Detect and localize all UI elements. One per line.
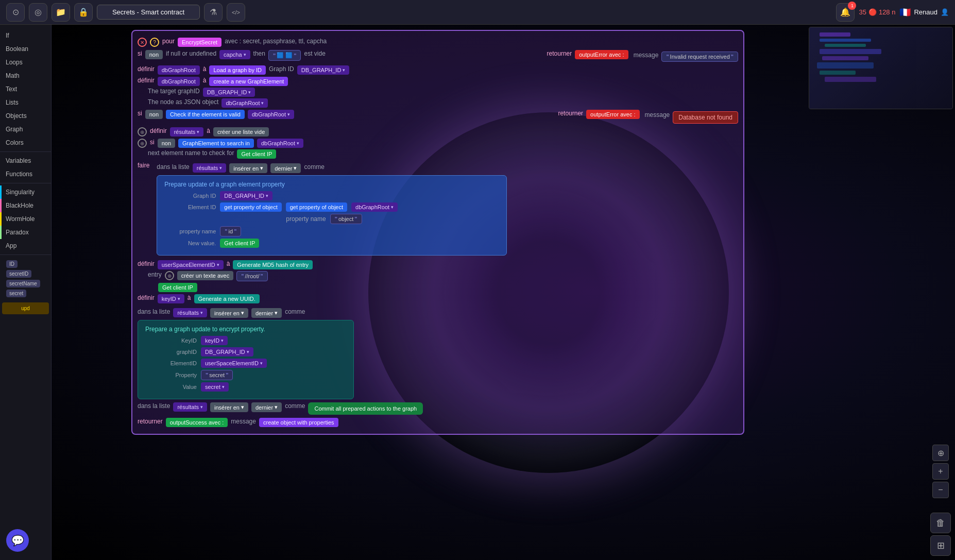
db-graph-id-var-2[interactable]: DB_GRAPH_ID ▾	[203, 88, 255, 97]
output-error-chip[interactable]: outputError avec :	[575, 50, 628, 59]
sidebar-item-objects[interactable]: Objects	[0, 109, 51, 123]
sidebar-item-loops[interactable]: Loops	[0, 56, 51, 69]
sidebar-divider-1	[0, 151, 51, 152]
capcha-var[interactable]: capcha ▾	[219, 50, 250, 59]
then-value[interactable]: " 🟦 🟦 "	[268, 50, 301, 61]
circle-btn-results[interactable]: ⊕	[138, 127, 147, 137]
sidebar-item-variables[interactable]: Variables	[0, 154, 51, 167]
sidebar-item-lists[interactable]: Lists	[0, 96, 51, 109]
db-graph-root-var-3[interactable]: dbGraphRoot ▾	[221, 98, 268, 108]
get-client-ip-chip-2[interactable]: Get client IP	[220, 239, 259, 248]
get-client-ip-chip-3[interactable]: Get client IP	[158, 283, 197, 292]
check-valid-chip[interactable]: Check if the element is valid	[166, 110, 245, 119]
globe-button[interactable]: ◎	[29, 3, 47, 22]
user-profile[interactable]: 🇫🇷 Renaud 👤	[899, 7, 949, 18]
non-chip-2[interactable]: non	[145, 110, 163, 119]
sidebar-item-functions[interactable]: Functions	[0, 167, 51, 181]
create-obj-props-chip[interactable]: create object with properties	[259, 418, 338, 427]
output-success-chip[interactable]: outputSuccess avec :	[166, 418, 228, 427]
zoom-in-btn[interactable]: +	[932, 463, 949, 480]
var-chip-secret[interactable]: secret	[6, 290, 26, 297]
circle-entry-btn[interactable]: ⊕	[165, 271, 174, 280]
inserer-chip-2[interactable]: insérer en ▾	[210, 308, 248, 318]
function-name-chip[interactable]: EncryptSecret	[178, 38, 221, 47]
generate-uuid-chip[interactable]: Generate a new UUID.	[194, 294, 260, 303]
results-var-list-1[interactable]: résultats ▾	[193, 163, 227, 173]
get-prop-obj-chip-1[interactable]: get property of object	[220, 202, 281, 212]
results-var-list-2[interactable]: résultats ▾	[173, 308, 207, 317]
create-empty-list-chip[interactable]: créer une liste vide	[213, 127, 269, 137]
db-graph-root-var-1[interactable]: dbGraphRoot	[158, 65, 200, 75]
inserer-chip-1[interactable]: insérer en ▾	[229, 163, 267, 173]
chat-button[interactable]: 💬	[6, 529, 29, 552]
secret-val-var[interactable]: secret ▾	[201, 382, 229, 392]
sidebar-item-boolean[interactable]: Boolean	[0, 42, 51, 56]
var-chip-secretname[interactable]: secretName	[6, 280, 40, 287]
get-client-ip-chip-1[interactable]: Get client IP	[237, 149, 276, 159]
circle-si-btn[interactable]: ⊕	[138, 139, 147, 148]
generate-md5-chip[interactable]: Generate MD5 hash of entry	[233, 260, 313, 269]
user-space-var[interactable]: userSpaceElementID ▾	[158, 260, 224, 269]
non-chip-3[interactable]: non	[158, 139, 175, 148]
get-prop-obj-chip-2[interactable]: get property of object	[286, 202, 347, 212]
dernier-chip-1[interactable]: dernier ▾	[270, 163, 301, 173]
db-graph-id-prop-var[interactable]: DB_GRAPH_ID ▾	[220, 191, 272, 200]
flask-button[interactable]: ⚗	[204, 3, 223, 22]
results-var-list-3[interactable]: résultats ▾	[173, 402, 207, 412]
creer-texte-chip[interactable]: créer un texte avec	[177, 271, 234, 280]
sidebar-item-wormhole[interactable]: WormHole	[0, 212, 51, 226]
grid-btn[interactable]: ⊞	[930, 535, 951, 556]
main-function-block: ✕ ? pour EncryptSecret avec : secret, pa…	[131, 30, 744, 435]
sidebar-item-text[interactable]: Text	[0, 82, 51, 96]
sidebar-item-math[interactable]: Math	[0, 69, 51, 82]
id-quote-chip[interactable]: " id "	[220, 226, 241, 236]
close-btn[interactable]: ✕	[138, 38, 147, 47]
graph-element-search-chip[interactable]: GraphElement to search in	[178, 139, 254, 148]
db-graph-root-var-5[interactable]: dbGraphRoot ▾	[257, 139, 303, 148]
project-title[interactable]: Secrets - Smart contract	[97, 5, 200, 20]
object-quote-chip[interactable]: " object "	[330, 214, 362, 224]
var-chip-secretid[interactable]: secretID	[6, 270, 31, 278]
sidebar-item-app[interactable]: App	[0, 239, 51, 252]
key-id-val-var[interactable]: keyID ▾	[201, 336, 228, 345]
sidebar-item-paradox[interactable]: Paradox	[0, 226, 51, 239]
controls: ⊕ + −	[932, 445, 949, 498]
db-graph-root-var-4[interactable]: dbGraphRoot ▾	[248, 110, 294, 119]
db-graph-id-var-1[interactable]: DB_GRAPH_ID ▾	[297, 65, 350, 75]
db-graph-root-prop-var[interactable]: dbGraphRoot ▾	[351, 202, 398, 212]
root-path-chip[interactable]: " //root/ "	[236, 271, 268, 281]
flag-icon: 🇫🇷	[899, 7, 911, 18]
target-control-btn[interactable]: ⊕	[932, 445, 949, 461]
folder-button[interactable]: 📁	[52, 3, 70, 22]
dernier-chip-2[interactable]: dernier ▾	[251, 308, 282, 318]
create-element-chip[interactable]: create a new GraphElement	[209, 77, 288, 86]
key-id-var[interactable]: keyID ▾	[158, 294, 184, 303]
sidebar-item-colors[interactable]: Colors	[0, 136, 51, 149]
commit-chip[interactable]: Commit all prepared actions to the graph	[308, 402, 423, 415]
db-graph-root-var-2[interactable]: dbGraphRoot	[158, 77, 200, 86]
help-btn[interactable]: ?	[150, 38, 159, 47]
sidebar-item-if[interactable]: If	[0, 29, 51, 42]
dernier-chip-3[interactable]: dernier ▾	[251, 402, 282, 412]
secret-prop-chip[interactable]: " secret "	[201, 370, 233, 380]
lock-button[interactable]: 🔒	[74, 3, 93, 22]
output-error-chip-2[interactable]: outputError avec :	[586, 110, 639, 119]
notification-button[interactable]: 🔔 1	[836, 3, 855, 22]
row-create-element: définir dbGraphRoot à create a new Graph…	[138, 77, 738, 86]
inserer-chip-3[interactable]: insérer en ▾	[210, 402, 248, 412]
zoom-out-btn[interactable]: −	[932, 482, 949, 498]
var-chip-id[interactable]: ID	[6, 260, 18, 268]
home-button[interactable]: ⊙	[6, 3, 25, 22]
sidebar-item-singularity[interactable]: Singularity	[0, 185, 51, 199]
invalid-request-chip[interactable]: " Invalid request received "	[661, 52, 738, 62]
non-chip-1[interactable]: non	[145, 50, 163, 59]
load-graph-chip[interactable]: Load a graph by ID	[209, 65, 266, 75]
sidebar-item-graph[interactable]: Graph	[0, 123, 51, 136]
sidebar-item-blackhole[interactable]: BlackHole	[0, 199, 51, 212]
code-button[interactable]: </>	[227, 3, 245, 22]
user-space-enc-var[interactable]: userSpaceElementID ▾	[201, 359, 267, 368]
db-graph-id-enc-var[interactable]: DB_GRAPH_ID ▾	[201, 347, 253, 357]
trash-btn[interactable]: 🗑	[930, 513, 951, 533]
results-var-1[interactable]: résultats ▾	[170, 127, 204, 137]
row-next-element: next element name to check for Get clien…	[138, 149, 738, 159]
